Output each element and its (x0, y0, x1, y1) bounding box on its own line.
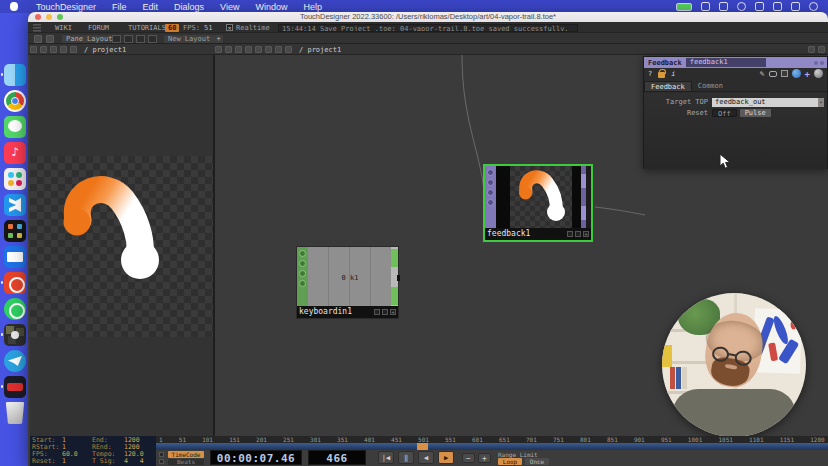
timeline-track[interactable] (156, 443, 828, 450)
menu-grid-icon[interactable] (33, 24, 41, 32)
status-icon[interactable] (676, 3, 692, 11)
node-flag-strip[interactable] (485, 166, 496, 230)
bypass-flag-icon[interactable] (299, 270, 306, 277)
dock-icon-recorder[interactable] (4, 272, 26, 294)
header-dot-icon[interactable] (820, 61, 824, 65)
viewer-flag-icon[interactable] (487, 169, 494, 176)
layout-preset-4[interactable] (148, 35, 157, 43)
menu-item[interactable]: View (212, 2, 247, 12)
dock-icon-launchpad[interactable] (4, 220, 26, 242)
viewer-flag-icon[interactable] (299, 250, 306, 257)
tab-common[interactable]: Common (692, 81, 729, 91)
dock-icon-chrome[interactable] (4, 90, 26, 112)
realtime-toggle[interactable]: ✕ Realtime (226, 24, 270, 32)
node-output-strip[interactable] (581, 166, 586, 230)
forum-link[interactable]: FORUM (88, 24, 109, 32)
lock-icon[interactable] (658, 72, 665, 78)
menu-item[interactable]: TouchDesigner (28, 2, 104, 12)
node-keyboardin1[interactable]: 0 k1 keyboardin1 + (296, 246, 399, 319)
stop-icon[interactable] (255, 46, 262, 53)
home-icon[interactable] (285, 46, 292, 53)
save-layout-icon[interactable] (46, 35, 54, 43)
up-icon[interactable] (60, 46, 67, 53)
dock-icon-touchdesigner[interactable] (4, 324, 26, 346)
reset-pulse-button[interactable]: Pulse (740, 109, 771, 117)
dock-icon-trash[interactable] (4, 402, 26, 424)
pane-view-icon[interactable] (235, 46, 242, 53)
operator-name-field[interactable]: feedback1 (686, 58, 766, 67)
transport-button[interactable]: ▶ (438, 451, 454, 464)
lock-flag-icon[interactable] (299, 280, 306, 287)
once-button[interactable]: Once (525, 458, 549, 465)
pane-mode-icon[interactable] (225, 46, 232, 53)
output-connector[interactable] (391, 287, 398, 305)
new-layout-button[interactable]: New Layout (164, 35, 214, 43)
pane-layout-button[interactable]: Pane Layout (62, 35, 116, 43)
comment-icon[interactable] (769, 71, 777, 77)
layout-preset-3[interactable] (136, 35, 145, 43)
node-badge-icon[interactable] (575, 231, 581, 237)
playhead[interactable] (417, 443, 428, 450)
dock-icon-slack[interactable] (4, 168, 26, 190)
output-connector[interactable] (581, 174, 586, 188)
add-layout-button[interactable]: + (214, 35, 223, 43)
clone-flag-icon[interactable] (487, 179, 494, 186)
maximize-pane-icon[interactable] (808, 46, 815, 53)
dock-icon-whatsapp[interactable] (4, 298, 26, 320)
dropdown-icon[interactable]: ▾ (818, 98, 824, 107)
frame-decrement-button[interactable]: − (462, 453, 475, 463)
refresh-icon[interactable] (50, 46, 57, 53)
dock-icon-finder[interactable] (4, 64, 26, 86)
pane-split-icon[interactable] (215, 46, 222, 53)
transport-button[interactable]: |◀ (378, 451, 394, 464)
refresh-icon[interactable] (265, 46, 272, 53)
timeline-option-icon[interactable] (159, 452, 164, 457)
transport-button[interactable]: ‖ (398, 451, 414, 464)
back-icon[interactable] (245, 46, 252, 53)
node-add-icon[interactable]: + (390, 309, 396, 315)
network-editor-pane[interactable]: feedback1 + (215, 55, 828, 436)
help-icon[interactable]: ? (648, 70, 652, 78)
node-viewer[interactable] (496, 166, 586, 230)
status-icon[interactable] (809, 2, 818, 11)
transport-button[interactable]: ◀ (418, 451, 434, 464)
dock-icon-messages[interactable] (4, 116, 26, 138)
status-icon[interactable] (773, 2, 782, 11)
loop-button[interactable]: Loop (498, 458, 522, 465)
clone-flag-icon[interactable] (299, 260, 306, 267)
output-connector[interactable] (581, 206, 586, 220)
menu-item[interactable]: File (104, 2, 135, 12)
node-add-icon[interactable]: + (583, 231, 589, 237)
wiki-link[interactable]: WIKI (55, 24, 72, 32)
right-pane-path[interactable]: / project1 (299, 46, 341, 54)
status-icon[interactable] (737, 2, 746, 11)
dock-icon-vscode[interactable] (4, 194, 26, 216)
beats-mode-button[interactable]: Beats (168, 459, 204, 465)
window-titlebar[interactable]: TouchDesigner 2022.33600: /Users/rikloma… (28, 12, 828, 22)
menu-item[interactable]: Help (295, 2, 330, 12)
frame-ruler[interactable]: 1511011512012513013514014515015516016517… (156, 436, 828, 443)
menu-item[interactable]: Dialogs (166, 2, 212, 12)
sphere-icon[interactable] (814, 69, 823, 78)
pencil-icon[interactable]: ✎ (760, 69, 765, 78)
left-pane-path[interactable]: / project1 (84, 46, 126, 54)
menu-item[interactable]: Edit (135, 2, 167, 12)
home-icon[interactable] (70, 46, 77, 53)
lock-flag-icon[interactable] (487, 199, 494, 206)
parameter-dialog-header[interactable]: Feedback feedback1 (644, 57, 827, 68)
menu-item[interactable]: Window (247, 2, 295, 12)
add-pane-icon[interactable] (34, 35, 42, 43)
tab-feedback[interactable]: Feedback (644, 81, 692, 91)
layout-preset-1[interactable] (112, 35, 121, 43)
tutorials-link[interactable]: TUTORIALS (128, 24, 166, 32)
top-viewer-pane[interactable] (30, 55, 213, 436)
output-tick[interactable] (397, 275, 400, 281)
back-icon[interactable] (30, 46, 37, 53)
layout-preset-2[interactable] (124, 35, 133, 43)
info-icon[interactable]: i (671, 70, 675, 78)
add-icon[interactable]: + (805, 69, 810, 79)
copy-icon[interactable] (781, 70, 788, 77)
timecode-mode-button[interactable]: TimeCode (168, 451, 204, 458)
bypass-flag-icon[interactable] (487, 189, 494, 196)
status-icon[interactable] (755, 2, 764, 11)
